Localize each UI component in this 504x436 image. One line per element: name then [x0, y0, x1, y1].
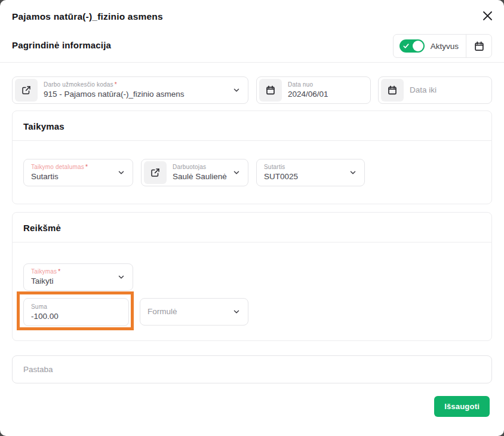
toggle-switch-icon	[399, 39, 425, 53]
check-icon	[403, 43, 409, 49]
amount-input[interactable]	[31, 312, 121, 321]
field-value: 2024/06/01	[288, 90, 363, 99]
chevron-down-icon	[349, 168, 357, 177]
divider	[13, 140, 491, 141]
active-toggle[interactable]: Aktyvus	[394, 35, 466, 57]
field-label: Taikymas*	[31, 268, 112, 275]
required-asterisk: *	[115, 81, 117, 88]
required-asterisk: *	[85, 164, 88, 170]
formula-select[interactable]: Formulė	[140, 298, 248, 326]
wage-code-select[interactable]: Darbo užmokesčio kodas* 915 - Pajamos na…	[12, 76, 248, 104]
active-control-group: Aktyvus	[393, 34, 492, 58]
field-label: Darbuotojas	[173, 164, 228, 171]
field-value: Taikyti	[31, 277, 112, 286]
chevron-down-icon	[232, 168, 241, 177]
field-label: Suma	[31, 303, 121, 311]
note-input[interactable]	[13, 365, 491, 374]
calendar-icon	[381, 79, 404, 102]
page-section-title: Pagrindinė informacija	[12, 40, 111, 50]
divider	[0, 62, 504, 63]
chevron-down-icon	[232, 308, 241, 316]
section-reiksme: Reikšmė Taikymas* Taikyti Suma Formulė	[12, 212, 492, 341]
external-link-icon[interactable]	[144, 161, 167, 184]
calendar-icon	[474, 41, 485, 52]
field-value: 915 - Pajamos natūra(-)_fizinio asmens	[44, 90, 228, 99]
date-to-field[interactable]: Data iki	[378, 76, 492, 104]
field-label: Sutartis	[264, 164, 344, 171]
save-button[interactable]: Išsaugoti	[434, 396, 490, 417]
field-placeholder: Formulė	[147, 307, 228, 317]
apply-select[interactable]: Taikymas* Taikyti	[23, 263, 133, 291]
field-label: Darbo užmokesčio kodas*	[44, 81, 228, 88]
divider	[13, 242, 491, 242]
field-value: Sutartis	[31, 172, 112, 182]
dialog: Pajamos natūra(-)_fizinio asmens Pagrind…	[0, 0, 504, 436]
active-toggle-label: Aktyvus	[431, 42, 459, 51]
external-link-icon[interactable]	[15, 79, 38, 102]
section-title: Taikymas	[13, 111, 491, 140]
note-field	[12, 355, 492, 383]
close-icon	[483, 11, 493, 21]
section-taikymas: Taikymas Taikymo detalumas* Sutartis Dar…	[12, 110, 492, 204]
contract-select[interactable]: Sutartis SUT0025	[256, 159, 365, 186]
calendar-icon	[259, 79, 282, 102]
field-label: Data nuo	[288, 81, 363, 88]
chevron-down-icon	[232, 86, 241, 94]
dialog-title: Pajamos natūra(-)_fizinio asmens	[12, 11, 163, 22]
field-label: Taikymo detalumas*	[31, 164, 112, 171]
calendar-button[interactable]	[466, 35, 491, 57]
chevron-down-icon	[117, 273, 125, 281]
field-value: SUT0025	[264, 172, 344, 182]
close-button[interactable]	[480, 8, 494, 23]
application-detail-select[interactable]: Taikymo detalumas* Sutartis	[23, 159, 133, 186]
amount-input-field[interactable]: Suma	[23, 298, 129, 326]
date-from-field[interactable]: Data nuo 2024/06/01	[256, 76, 371, 104]
field-placeholder: Data iki	[410, 85, 484, 95]
employee-select[interactable]: Darbuotojas Saulė Saulienė	[141, 159, 248, 186]
field-value: Saulė Saulienė	[173, 172, 228, 182]
section-title: Reikšmė	[13, 213, 491, 242]
chevron-down-icon	[117, 168, 125, 177]
required-asterisk: *	[58, 268, 60, 275]
